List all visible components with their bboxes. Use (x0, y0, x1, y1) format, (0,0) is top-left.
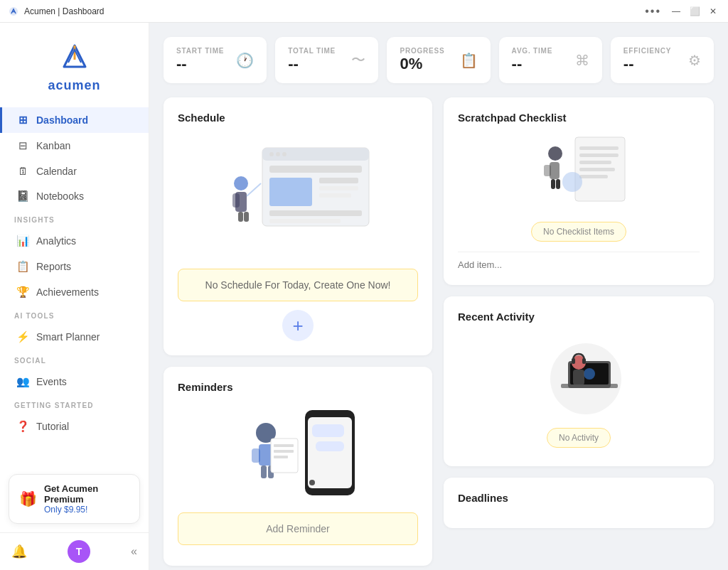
scratchpad-card: Scratchpad Checklist (444, 97, 714, 285)
svg-rect-34 (579, 146, 619, 150)
reminders-illustration (178, 403, 418, 502)
sidebar-label-smart-planner: Smart Planner (36, 331, 100, 343)
stat-start-time: START TIME -- 🕐 (164, 37, 267, 83)
svg-rect-30 (274, 444, 294, 447)
svg-point-13 (234, 176, 248, 190)
reminders-svg (227, 403, 369, 502)
menu-dots[interactable]: ••• (645, 5, 661, 18)
svg-point-39 (548, 146, 562, 161)
stat-total-time-info: TOTAL TIME -- (288, 47, 336, 73)
minimize-button[interactable]: — (670, 5, 682, 18)
add-reminder-button[interactable]: Add Reminder (178, 512, 418, 545)
svg-rect-43 (556, 179, 560, 189)
collapse-icon[interactable]: « (131, 545, 137, 558)
stat-start-time-info: START TIME -- (176, 47, 224, 73)
add-item-input[interactable] (458, 252, 700, 270)
sidebar-label-dashboard: Dashboard (36, 114, 88, 126)
recent-activity-title: Recent Activity (458, 311, 700, 323)
svg-rect-17 (244, 212, 249, 222)
svg-rect-42 (551, 179, 555, 189)
sidebar-item-smart-planner[interactable]: ⚡ Smart Planner (0, 324, 149, 350)
maximize-button[interactable]: ⬜ (688, 5, 701, 18)
sidebar-item-notebooks[interactable]: 📓 Notebooks (0, 183, 149, 209)
add-schedule-button[interactable]: + (282, 310, 314, 341)
left-column: Schedule (164, 97, 432, 566)
svg-point-3 (269, 152, 274, 156)
app-layout: acumen ⊞ Dashboard ⊟ Kanban 🗓 Calendar 📓… (0, 23, 728, 570)
scratchpad-svg (525, 134, 632, 212)
stat-total-time-value: -- (288, 55, 336, 73)
no-activity-badge: No Activity (547, 428, 611, 448)
svg-rect-53 (573, 370, 584, 385)
svg-rect-7 (269, 178, 312, 206)
dashboard-grid: Schedule (164, 97, 714, 566)
premium-text: Get Acumen Premium Only $9.95! (44, 483, 129, 515)
stat-total-time-label: TOTAL TIME (288, 47, 336, 55)
svg-rect-6 (269, 166, 362, 173)
schedule-card: Schedule (164, 97, 432, 355)
scratchpad-illustration (458, 134, 700, 212)
sidebar-item-achievements[interactable]: 🏆 Achievements (0, 279, 149, 305)
svg-rect-31 (274, 450, 294, 453)
no-checklist-container: No Checklist Items (458, 217, 700, 246)
svg-point-5 (282, 152, 287, 156)
premium-card[interactable]: 🎁 Get Acumen Premium Only $9.95! (9, 474, 140, 524)
svg-rect-12 (269, 219, 341, 223)
stat-efficiency: EFFICIENCY -- ⚙ (611, 37, 714, 83)
insights-section-label: INSIGHTS (0, 209, 149, 228)
activity-svg (522, 333, 636, 418)
svg-rect-22 (316, 441, 344, 451)
svg-rect-52 (582, 358, 586, 364)
clock-icon: 🕐 (236, 52, 254, 69)
svg-rect-51 (572, 358, 575, 364)
sidebar-item-events[interactable]: 👥 Events (0, 369, 149, 394)
logo-text: acumen (48, 78, 100, 93)
stat-start-time-label: START TIME (176, 47, 224, 55)
svg-rect-8 (319, 178, 358, 183)
stat-efficiency-label: EFFICIENCY (623, 47, 671, 55)
stat-avg-time-label: AVG. TIME (512, 47, 553, 55)
deadlines-title: Deadlines (458, 492, 700, 504)
sidebar-item-reports[interactable]: 📋 Reports (0, 254, 149, 279)
bell-icon[interactable]: 🔔 (11, 544, 27, 559)
sidebar-item-calendar[interactable]: 🗓 Calendar (0, 158, 149, 183)
app-icon (9, 6, 18, 16)
events-icon: 👥 (16, 375, 29, 388)
svg-rect-11 (269, 210, 362, 216)
sidebar-item-tutorial[interactable]: ❓ Tutorial (0, 414, 149, 439)
schedule-svg (220, 141, 376, 254)
stat-avg-time-value: -- (512, 55, 553, 73)
sidebar: acumen ⊞ Dashboard ⊟ Kanban 🗓 Calendar 📓… (0, 23, 149, 570)
svg-line-18 (247, 183, 261, 196)
svg-point-4 (276, 152, 280, 156)
sidebar-label-events: Events (36, 376, 67, 387)
logo-icon (57, 40, 92, 75)
svg-rect-16 (238, 212, 243, 222)
avatar[interactable]: T (68, 540, 90, 563)
stat-avg-time: AVG. TIME -- ⌘ (499, 37, 602, 83)
svg-rect-35 (579, 154, 619, 157)
main-content: START TIME -- 🕐 TOTAL TIME -- 〜 PROGRESS… (149, 23, 728, 570)
svg-rect-36 (579, 161, 611, 164)
achievements-icon: 🏆 (16, 286, 29, 299)
sidebar-label-notebooks: Notebooks (36, 190, 84, 202)
sidebar-item-dashboard[interactable]: ⊞ Dashboard (0, 107, 149, 133)
right-column: Scratchpad Checklist (444, 97, 714, 566)
tutorial-icon: ❓ (16, 420, 29, 433)
sidebar-item-kanban[interactable]: ⊟ Kanban (0, 133, 149, 158)
sidebar-item-analytics[interactable]: 📊 Analytics (0, 228, 149, 254)
no-schedule-message: No Schedule For Today, Create One Now! (178, 269, 418, 301)
calendar-icon: 🗓 (16, 165, 29, 177)
svg-rect-15 (232, 193, 240, 208)
svg-point-44 (562, 172, 582, 192)
svg-rect-38 (579, 175, 608, 178)
reminders-card: Reminders (164, 367, 432, 566)
clipboard-icon: 📋 (460, 52, 478, 69)
sidebar-label-kanban: Kanban (36, 140, 70, 151)
close-button[interactable]: ✕ (707, 5, 719, 18)
schedule-title: Schedule (178, 112, 418, 124)
sidebar-footer: 🔔 T « (0, 532, 149, 570)
svg-rect-9 (319, 186, 358, 190)
getting-started-section-label: GETTING STARTED (0, 394, 149, 414)
titlebar: Acumen | Dashboard ••• — ⬜ ✕ (0, 0, 728, 23)
